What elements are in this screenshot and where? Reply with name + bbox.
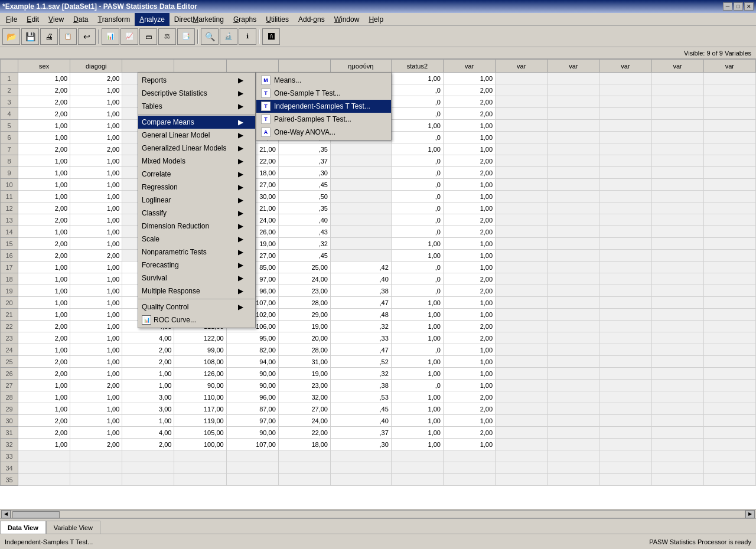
cell[interactable] xyxy=(651,120,703,132)
cell[interactable] xyxy=(703,262,755,273)
cell[interactable]: 2,00 xyxy=(18,332,70,344)
submenu-one-sample-t[interactable]: T One-Sample T Test... xyxy=(256,87,391,100)
cell[interactable]: ,37 xyxy=(330,427,391,439)
cell[interactable] xyxy=(599,344,651,356)
menu-general-linear[interactable]: General Linear Model ▶ xyxy=(138,129,255,142)
cell[interactable]: ,43 xyxy=(278,226,330,238)
menu-mixed-models[interactable]: Mixed Models ▶ xyxy=(138,155,255,168)
cell[interactable] xyxy=(599,439,651,450)
cell[interactable] xyxy=(651,214,703,226)
cell[interactable]: 2,00 xyxy=(443,108,495,120)
cell[interactable] xyxy=(599,73,651,84)
cell[interactable] xyxy=(548,132,599,143)
cell[interactable]: 2,00 xyxy=(18,368,70,380)
col-header-var1[interactable]: var xyxy=(443,60,495,73)
cell[interactable] xyxy=(496,321,548,332)
cell-empty[interactable] xyxy=(651,474,703,486)
cell[interactable] xyxy=(496,143,548,155)
cell[interactable]: ,40 xyxy=(278,214,330,226)
cell[interactable]: 1,00 xyxy=(391,427,443,439)
cell[interactable]: 108,00 xyxy=(174,356,226,368)
menu-edit[interactable]: Edit xyxy=(22,13,44,26)
undo-button[interactable]: ↩ xyxy=(78,28,96,45)
cell[interactable]: ,42 xyxy=(330,262,391,273)
cell[interactable] xyxy=(703,155,755,167)
cell[interactable]: ,0 xyxy=(391,179,443,191)
cell[interactable]: 1,00 xyxy=(443,356,495,368)
cell[interactable] xyxy=(703,356,755,368)
cell[interactable] xyxy=(703,108,755,120)
cell[interactable] xyxy=(599,380,651,391)
menu-help[interactable]: Help xyxy=(364,13,388,26)
cell[interactable]: 1,00 xyxy=(443,73,495,84)
cell[interactable] xyxy=(703,332,755,344)
col-header-var6[interactable]: var xyxy=(703,60,755,73)
cell[interactable] xyxy=(496,415,548,427)
cell[interactable]: 1,00 xyxy=(443,179,495,191)
menu-graphs[interactable]: Graphs xyxy=(229,13,261,26)
cell[interactable] xyxy=(599,179,651,191)
cell[interactable]: 2,00 xyxy=(443,403,495,415)
cell[interactable] xyxy=(548,238,599,250)
cell[interactable]: 1,00 xyxy=(443,238,495,250)
cell-empty[interactable] xyxy=(226,474,278,486)
cell-empty[interactable] xyxy=(703,462,755,474)
cell[interactable]: ,0 xyxy=(391,226,443,238)
cell[interactable] xyxy=(496,368,548,380)
cell[interactable]: 1,00 xyxy=(70,96,122,108)
cell[interactable]: 1,00 xyxy=(70,332,122,344)
col-header-col3[interactable] xyxy=(122,60,174,73)
cell[interactable] xyxy=(651,191,703,202)
cell[interactable] xyxy=(651,356,703,368)
cell[interactable]: 99,00 xyxy=(174,344,226,356)
col-header-status2[interactable]: status2 xyxy=(391,60,443,73)
cell[interactable] xyxy=(703,226,755,238)
chart-line-button[interactable]: 📈 xyxy=(120,28,138,45)
cell[interactable]: 27,00 xyxy=(278,403,330,415)
cell-empty[interactable] xyxy=(226,450,278,462)
menu-transform[interactable]: Transform xyxy=(93,13,135,26)
cell[interactable] xyxy=(703,368,755,380)
tab-variable-view[interactable]: Variable View xyxy=(46,521,100,534)
cell[interactable] xyxy=(330,214,391,226)
cell[interactable] xyxy=(651,321,703,332)
cell[interactable]: 23,00 xyxy=(278,380,330,391)
cell[interactable] xyxy=(703,191,755,202)
cell[interactable]: 2,00 xyxy=(443,167,495,179)
cell[interactable]: 1,00 xyxy=(443,380,495,391)
cell[interactable] xyxy=(548,262,599,273)
cell[interactable]: 1,00 xyxy=(122,415,174,427)
cell[interactable]: 18,00 xyxy=(278,439,330,450)
cell-empty[interactable] xyxy=(70,462,122,474)
cell[interactable] xyxy=(548,202,599,214)
cell[interactable] xyxy=(496,132,548,143)
cell-empty[interactable] xyxy=(391,450,443,462)
cell[interactable] xyxy=(651,167,703,179)
cell[interactable] xyxy=(330,155,391,167)
cell[interactable] xyxy=(496,285,548,297)
cell[interactable]: 1,00 xyxy=(18,226,70,238)
cell[interactable] xyxy=(496,403,548,415)
cell[interactable] xyxy=(703,391,755,403)
cell-empty[interactable] xyxy=(174,474,226,486)
cell[interactable]: 87,00 xyxy=(226,403,278,415)
cell[interactable]: 2,00 xyxy=(18,415,70,427)
cell[interactable]: 90,00 xyxy=(226,380,278,391)
cell[interactable] xyxy=(651,155,703,167)
cell[interactable]: 1,00 xyxy=(391,143,443,155)
col-header-var5[interactable]: var xyxy=(651,60,703,73)
cell[interactable] xyxy=(548,321,599,332)
cell[interactable] xyxy=(330,226,391,238)
dialog-recall-button[interactable]: 📋 xyxy=(59,28,77,45)
cell[interactable] xyxy=(496,226,548,238)
cell[interactable] xyxy=(496,167,548,179)
cell[interactable] xyxy=(651,332,703,344)
cell[interactable]: 19,00 xyxy=(278,321,330,332)
cell[interactable]: 1,00 xyxy=(18,285,70,297)
cell[interactable]: 2,00 xyxy=(443,214,495,226)
cell-empty[interactable] xyxy=(548,450,599,462)
cell[interactable]: ,0 xyxy=(391,262,443,273)
menu-quality-control[interactable]: Quality Control ▶ xyxy=(138,300,255,313)
cell[interactable] xyxy=(548,96,599,108)
cell[interactable]: ,0 xyxy=(391,344,443,356)
